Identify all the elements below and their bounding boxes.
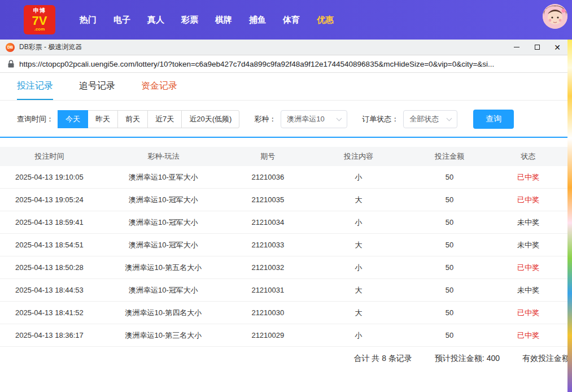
status-badge: 未中奖 [489,240,567,250]
status-badge: 已中奖 [489,330,567,341]
time-range-button[interactable]: 昨天 [88,110,118,128]
lottery-playtype: 澳洲幸运10-冠军大小 [99,195,228,205]
bet-content: 小 [308,217,410,228]
url-text[interactable]: https://ctopcp02pcali.uengi5e.com/lotter… [19,60,561,68]
record-tab[interactable]: 资金记录 [141,73,177,100]
table-body: 2025-04-13 19:10:05 澳洲幸运10-亚军大小 21210036… [0,166,567,347]
table-row[interactable]: 2025-04-13 18:41:52 澳洲幸运10-第四名大小 2121003… [0,302,567,324]
table-header: 投注时间彩种-玩法期号投注内容投注金额状态 [0,147,567,166]
chevron-down-icon [447,115,452,121]
time-range-button[interactable]: 前天 [117,110,148,128]
maximize-button[interactable] [527,40,547,55]
footer-total-records: 合计 共 8 条记录 [353,354,412,364]
bet-content: 小 [308,263,410,273]
bet-time: 2025-04-13 18:44:53 [0,286,99,294]
background-page-strip [567,40,572,392]
issue-number: 21210032 [228,263,308,272]
bet-amount: 50 [410,331,490,339]
nav-item[interactable]: 棋牌 [207,15,241,25]
lottery-playtype: 澳洲幸运10-第三名大小 [99,330,228,341]
time-filter-label: 查询时间： [17,114,54,124]
table-header-cell: 彩种-玩法 [99,151,228,162]
status-badge: 未中奖 [489,285,567,295]
bet-content: 大 [308,195,410,205]
table-row[interactable]: 2025-04-13 18:54:51 澳洲幸运10-冠军大小 21210033… [0,234,567,256]
bet-amount: 50 [410,308,490,317]
status-filter-label: 订单状态： [362,114,399,124]
bet-time: 2025-04-13 18:59:41 [0,218,99,227]
site-logo[interactable]: 申博 7V .com [24,5,55,34]
status-badge: 未中奖 [489,217,567,228]
nav-item[interactable]: 捕鱼 [241,15,274,25]
table-row[interactable]: 2025-04-13 18:59:41 澳洲幸运10-冠军大小 21210034… [0,211,567,234]
bet-amount: 50 [410,263,490,272]
table-row[interactable]: 2025-04-13 19:10:05 澳洲幸运10-亚军大小 21210036… [0,166,567,189]
close-icon: ✕ [554,43,561,51]
record-tab[interactable]: 投注记录 [17,73,53,100]
minimize-icon [514,47,519,47]
table-header-cell: 期号 [228,151,308,162]
time-range-button[interactable]: 今天 [58,110,88,128]
nav-item[interactable]: 电子 [105,15,139,25]
avatar-image [543,4,567,29]
lottery-playtype: 澳洲幸运10-冠军大小 [99,240,228,250]
bet-content: 小 [308,172,410,182]
lottery-playtype: 澳洲幸运10-第五名大小 [99,263,228,273]
order-status-value: 全部状态 [409,114,439,124]
nav-item[interactable]: 优惠 [308,15,342,25]
minimize-button[interactable] [506,40,527,55]
browser-url-bar[interactable]: https://ctopcp02pcali.uengi5e.com/lotter… [0,55,567,73]
maximize-icon [535,45,540,50]
window-controls: ✕ [506,40,567,55]
status-badge: 已中奖 [489,172,567,182]
bet-amount: 50 [410,195,490,204]
status-badge: 已中奖 [489,308,567,318]
main-nav: 热门电子真人彩票棋牌捕鱼体育优惠 [71,15,342,25]
lottery-playtype: 澳洲幸运10-第四名大小 [99,308,228,318]
time-range-button[interactable]: 近7天 [147,110,182,128]
lottery-records-page: 投注记录追号记录资金记录 查询时间： 今天昨天前天近7天近20天(低频) 彩种：… [0,73,567,392]
chevron-down-icon [337,115,342,121]
issue-number: 21210034 [228,218,308,227]
nav-item[interactable]: 体育 [274,15,308,25]
nav-item[interactable]: 彩票 [173,15,207,25]
site-top-bar: 申博 7V .com 热门电子真人彩票棋牌捕鱼体育优惠 [0,0,572,40]
bet-time: 2025-04-13 18:41:52 [0,308,99,317]
table-row[interactable]: 2025-04-13 18:44:53 澳洲幸运10-冠军大小 21210031… [0,279,567,302]
table-row[interactable]: 2025-04-13 18:36:17 澳洲幸运10-第三名大小 2121002… [0,324,567,347]
close-button[interactable]: ✕ [547,40,567,55]
bet-content: 大 [308,308,410,318]
bet-amount: 50 [410,218,490,227]
window-title: DB彩票 - 极速浏览器 [19,42,82,52]
bet-content: 大 [308,240,410,250]
nav-item[interactable]: 热门 [71,15,105,25]
bet-time: 2025-04-13 19:10:05 [0,173,99,181]
user-avatar[interactable] [543,4,567,29]
bet-amount: 50 [410,173,490,181]
filter-bar: 查询时间： 今天昨天前天近7天近20天(低频) 彩种： 澳洲幸运10 订单状态：… [0,101,567,137]
lottery-filter-label: 彩种： [254,114,276,124]
table-row[interactable]: 2025-04-13 19:05:24 澳洲幸运10-冠军大小 21210035… [0,189,567,211]
lottery-playtype: 澳洲幸运10-冠军大小 [99,217,228,228]
table-row[interactable]: 2025-04-13 18:50:28 澳洲幸运10-第五名大小 2121003… [0,256,567,279]
issue-number: 21210035 [228,195,308,204]
order-status-select[interactable]: 全部状态 [403,110,457,128]
bet-amount: 50 [410,241,490,249]
blue-divider [0,137,567,138]
nav-item[interactable]: 真人 [139,15,173,25]
record-tabs: 投注记录追号记录资金记录 [0,73,567,101]
table-header-cell: 投注金额 [410,151,490,162]
query-button[interactable]: 查询 [473,110,514,129]
time-range-button[interactable]: 近20天(低频) [181,110,239,128]
issue-number: 21210033 [228,241,308,249]
time-range-group: 今天昨天前天近7天近20天(低频) [58,110,239,128]
lottery-select[interactable]: 澳洲幸运10 [281,110,347,128]
record-tab[interactable]: 追号记录 [79,73,115,100]
issue-number: 21210030 [228,308,308,317]
lottery-select-value: 澳洲幸运10 [287,114,324,124]
browser-title-bar[interactable]: DB DB彩票 - 极速浏览器 ✕ [0,40,567,55]
table-header-cell: 投注时间 [0,151,99,162]
browser-app-icon: DB [6,43,15,52]
issue-number: 21210036 [228,173,308,181]
footer-expected-amount: 预计投注金额: 400 [435,354,500,364]
